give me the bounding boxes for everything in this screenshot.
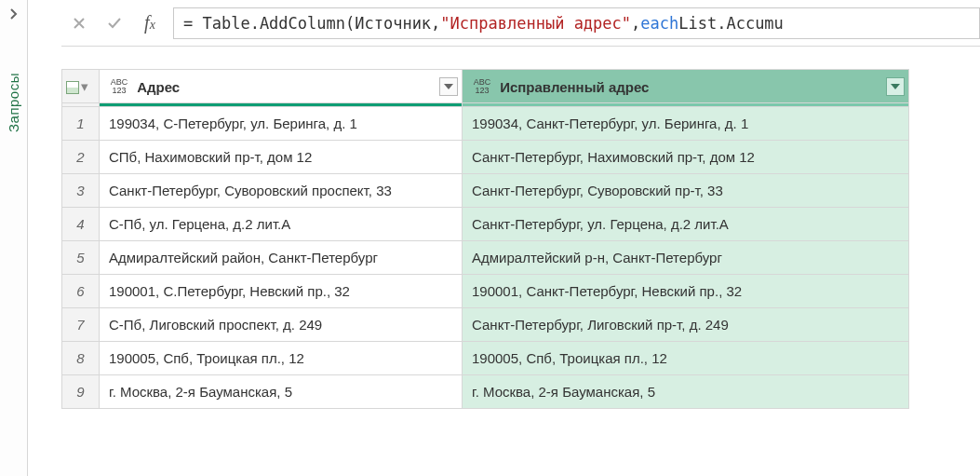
cell-ispravlennyj-adres[interactable]: 190005, Спб, Троицкая пл., 12 xyxy=(463,342,909,375)
formula-bar: fx = Table.AddColumn(Источник, "Исправле… xyxy=(61,0,980,47)
cell-adres[interactable]: г. Москва, 2-я Бауманская, 5 xyxy=(100,375,463,409)
formula-cancel-button xyxy=(61,6,97,41)
table-row: 6190001, С.Петербург, Невский пр., 32190… xyxy=(62,275,909,308)
table-row: 3Санкт-Петербург, Суворовский проспект, … xyxy=(62,174,909,208)
queries-pane-label[interactable]: Запросы xyxy=(6,73,21,132)
column-header-ispravlennyj-adres[interactable]: ABC 123 Исправленный адрес xyxy=(463,70,909,103)
cell-ispravlennyj-adres[interactable]: 190001, Санкт-Петербург, Невский пр., 32 xyxy=(463,275,909,308)
cell-ispravlennyj-adres[interactable]: Санкт-Петербург, Лиговский пр-т, д. 249 xyxy=(463,308,909,342)
table-row: 1199034, С-Петербург, ул. Беринга, д. 11… xyxy=(62,107,909,141)
table-row: 2СПб, Нахимовский пр-т, дом 12Санкт-Пете… xyxy=(62,141,909,174)
table-row: 9г. Москва, 2-я Бауманская, 5г. Москва, … xyxy=(62,375,909,409)
row-number[interactable]: 8 xyxy=(62,342,100,375)
formula-commit-button xyxy=(97,6,132,41)
table-menu-dropdown[interactable]: ▾ xyxy=(81,78,88,95)
row-number[interactable]: 1 xyxy=(62,107,100,141)
formula-text-string: "Исправленный адрес" xyxy=(440,14,631,33)
row-number[interactable]: 7 xyxy=(62,308,100,342)
formula-text-suffix: List.Accumu xyxy=(678,14,784,33)
table-row: 5Адмиралтейский район, Санкт-ПетербургАд… xyxy=(62,241,909,275)
row-number[interactable]: 3 xyxy=(62,174,100,208)
row-number[interactable]: 4 xyxy=(62,208,100,241)
cell-adres[interactable]: 199034, С-Петербург, ул. Беринга, д. 1 xyxy=(100,107,463,141)
row-number[interactable]: 2 xyxy=(62,141,100,174)
cell-adres[interactable]: 190005, Спб, Троицкая пл., 12 xyxy=(100,342,463,375)
cell-ispravlennyj-adres[interactable]: 199034, Санкт-Петербург, ул. Беринга, д.… xyxy=(463,107,909,141)
column-header-adres[interactable]: ABC 123 Адрес xyxy=(100,70,463,103)
cell-adres[interactable]: 190001, С.Петербург, Невский пр., 32 xyxy=(100,275,463,308)
column-filter-dropdown[interactable] xyxy=(439,77,458,96)
cell-adres[interactable]: С-Пб, Лиговский проспект, д. 249 xyxy=(100,308,463,342)
cell-adres[interactable]: Адмиралтейский район, Санкт-Петербург xyxy=(100,241,463,275)
cell-ispravlennyj-adres[interactable]: Адмиралтейский р-н, Санкт-Петербург xyxy=(463,241,909,275)
cell-ispravlennyj-adres[interactable]: Санкт-Петербург, ул. Герцена, д.2 лит.А xyxy=(463,208,909,241)
formula-text-mid: , xyxy=(631,14,640,33)
table-row: 8190005, Спб, Троицкая пл., 12190005, Сп… xyxy=(62,342,909,375)
table-row: 4С-Пб, ул. Герцена, д.2 лит.АСанкт-Петер… xyxy=(62,208,909,241)
cell-adres[interactable]: Санкт-Петербург, Суворовский проспект, 3… xyxy=(100,174,463,208)
column-name: Исправленный адрес xyxy=(500,79,649,95)
cell-adres[interactable]: СПб, Нахимовский пр-т, дом 12 xyxy=(100,141,463,174)
row-number[interactable]: 5 xyxy=(62,241,100,275)
formula-keyword-each: each xyxy=(640,14,678,33)
row-number[interactable]: 6 xyxy=(62,275,100,308)
expand-queries-button[interactable] xyxy=(4,4,24,24)
data-grid: ▾ ABC 123 Адрес xyxy=(61,69,909,409)
row-number[interactable]: 9 xyxy=(62,375,100,409)
select-all-cell[interactable]: ▾ xyxy=(62,70,100,103)
formula-input[interactable]: = Table.AddColumn(Источник, "Исправленны… xyxy=(173,7,980,39)
cell-ispravlennyj-adres[interactable]: Санкт-Петербург, Нахимовский пр-т, дом 1… xyxy=(463,141,909,174)
cell-ispravlennyj-adres[interactable]: г. Москва, 2-я Бауманская, 5 xyxy=(463,375,909,409)
table-row: 7С-Пб, Лиговский проспект, д. 249Санкт-П… xyxy=(62,308,909,342)
cell-adres[interactable]: С-Пб, ул. Герцена, д.2 лит.А xyxy=(100,208,463,241)
datatype-any-icon[interactable]: ABC 123 xyxy=(109,78,129,95)
fx-icon: fx xyxy=(132,6,168,41)
datatype-any-icon[interactable]: ABC 123 xyxy=(472,78,492,95)
queries-pane-collapsed: Запросы xyxy=(0,0,28,476)
cell-ispravlennyj-adres[interactable]: Санкт-Петербург, Суворовский пр-т, 33 xyxy=(463,174,909,208)
formula-text-prefix: = Table.AddColumn(Источник, xyxy=(183,14,440,33)
table-icon xyxy=(66,81,79,94)
column-name: Адрес xyxy=(137,79,180,95)
column-filter-dropdown[interactable] xyxy=(886,77,905,96)
